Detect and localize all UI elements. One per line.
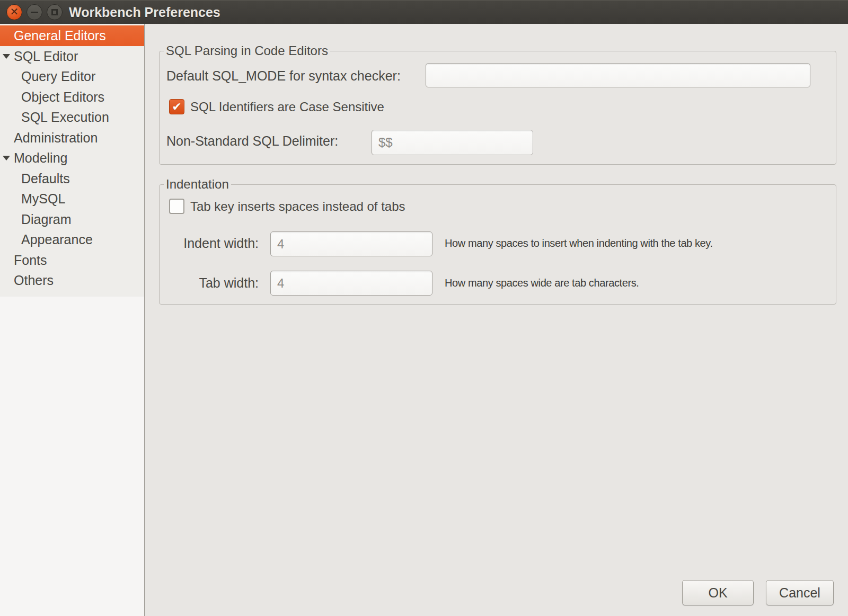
indentation-group-title: Indentation — [164, 177, 231, 192]
sidebar-item-label: Diagram — [21, 212, 71, 227]
sidebar-item-diagram[interactable]: Diagram — [0, 209, 144, 230]
window-minimize-button[interactable] — [26, 4, 42, 20]
sidebar-item-label: Fonts — [14, 253, 47, 267]
preferences-dialog: ✕ Workbench Preferences General Editors … — [0, 0, 848, 616]
cancel-button-label: Cancel — [779, 585, 820, 601]
sidebar-item-label: Administration — [14, 130, 98, 145]
window-maximize-button[interactable] — [47, 4, 63, 20]
sidebar-item-appearance[interactable]: Appearance — [0, 229, 144, 250]
sql-parsing-group-title: SQL Parsing in Code Editors — [164, 43, 330, 58]
sidebar-item-others[interactable]: Others — [0, 270, 144, 291]
sidebar-item-label: General Editors — [14, 28, 106, 43]
sidebar-item-mysql[interactable]: MySQL — [0, 189, 144, 209]
sidebar-item-modeling[interactable]: Modeling — [0, 148, 144, 168]
case-sensitive-label: SQL Identifiers are Case Sensitive — [190, 99, 384, 114]
sidebar-item-general-editors[interactable]: General Editors — [0, 25, 144, 46]
sql-mode-input[interactable] — [426, 63, 810, 87]
case-sensitive-checkbox[interactable]: ✔ — [169, 99, 184, 114]
sidebar-item-label: Others — [14, 273, 54, 288]
chevron-down-icon[interactable] — [3, 156, 10, 160]
indent-width-input[interactable] — [270, 231, 432, 256]
ok-button-label: OK — [708, 585, 727, 601]
sidebar-item-label: Modeling — [14, 150, 67, 165]
maximize-icon — [51, 9, 58, 15]
window-close-button[interactable]: ✕ — [6, 4, 22, 20]
chevron-down-icon[interactable] — [3, 54, 10, 59]
sidebar-item-label: Appearance — [21, 232, 93, 247]
sidebar-item-label: MySQL — [21, 191, 65, 206]
sql-mode-label: Default SQL_MODE for syntax checker: — [166, 67, 401, 84]
tab-width-input[interactable] — [270, 271, 432, 296]
preferences-tree: General Editors SQL Editor Query Editor … — [0, 25, 144, 291]
indent-width-hint: How many spaces to insert when indenting… — [445, 237, 713, 249]
delimiter-label: Non-Standard SQL Delimiter: — [166, 132, 338, 149]
delimiter-input[interactable] — [372, 130, 533, 155]
tab-width-label: Tab width: — [166, 274, 259, 291]
sidebar-item-administration[interactable]: Administration — [0, 128, 144, 148]
indentation-groupbox: Indentation Tab key inserts spaces inste… — [159, 184, 836, 305]
window-title: Workbench Preferences — [69, 1, 220, 24]
sidebar-item-label: SQL Execution — [21, 110, 109, 124]
check-icon: ✔ — [172, 101, 181, 113]
tab-inserts-spaces-label: Tab key inserts spaces instead of tabs — [190, 199, 405, 214]
minimize-icon — [31, 12, 38, 13]
sidebar-item-fonts[interactable]: Fonts — [0, 250, 144, 271]
sql-parsing-groupbox: SQL Parsing in Code Editors Default SQL_… — [159, 51, 836, 165]
sidebar-item-label: Query Editor — [21, 69, 95, 84]
sidebar-item-sql-execution[interactable]: SQL Execution — [0, 107, 144, 128]
sidebar-item-object-editors[interactable]: Object Editors — [0, 87, 144, 108]
preferences-sidebar: General Editors SQL Editor Query Editor … — [0, 24, 145, 616]
sidebar-item-label: Object Editors — [21, 90, 104, 104]
sidebar-item-query-editor[interactable]: Query Editor — [0, 66, 144, 87]
cancel-button[interactable]: Cancel — [766, 580, 834, 605]
tab-inserts-spaces-checkbox[interactable] — [169, 199, 184, 214]
titlebar: ✕ Workbench Preferences — [0, 0, 848, 24]
tab-width-hint: How many spaces wide are tab characters. — [445, 276, 639, 289]
sidebar-item-label: Defaults — [21, 171, 70, 186]
indent-width-label: Indent width: — [166, 235, 259, 252]
sidebar-item-label: SQL Editor — [14, 49, 78, 64]
sidebar-item-sql-editor[interactable]: SQL Editor — [0, 46, 144, 67]
close-icon: ✕ — [10, 6, 19, 17]
sidebar-item-defaults[interactable]: Defaults — [0, 168, 144, 189]
ok-button[interactable]: OK — [682, 580, 754, 605]
